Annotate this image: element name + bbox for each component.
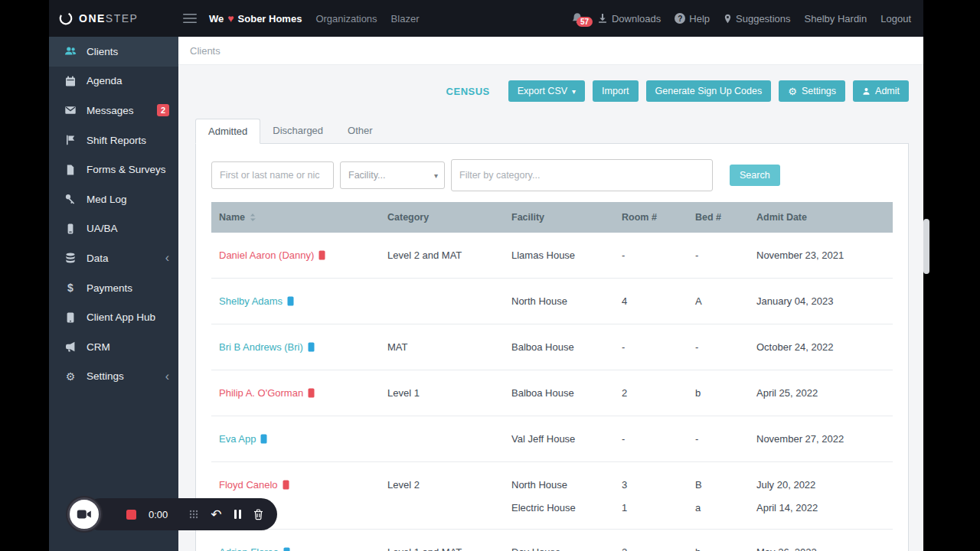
bed-value: - (695, 249, 749, 261)
sidebar-item-data[interactable]: Data‹ (49, 243, 178, 273)
bed-cell: Ba (688, 479, 749, 514)
sidebar-item-label: Client App Hub (87, 311, 155, 323)
room-cell: 2 (614, 387, 688, 400)
room-value: 2 (622, 546, 688, 551)
drag-handle-icon[interactable] (189, 510, 198, 519)
sidebar-item-client-app-hub[interactable]: Client App Hub (49, 302, 178, 332)
client-name-link[interactable]: Philip A. O'Gorman (219, 387, 303, 399)
room-cell: 2 (614, 546, 688, 551)
sidebar-item-forms-surveys[interactable]: Forms & Surveys (49, 155, 178, 184)
tab-admitted[interactable]: Admitted (195, 119, 260, 144)
facility-cell: Balboa House (504, 341, 614, 354)
sidebar-item-messages[interactable]: Messages2 (49, 96, 178, 126)
column-header-name[interactable]: Name (211, 212, 380, 223)
sidebar-item-label: Data (87, 253, 109, 264)
census-header-row: CENSUS Export CSV ▾ Import Generate Sign… (195, 80, 909, 102)
name-cell: Daniel Aaron (Danny) (211, 249, 380, 262)
caret-down-icon: ▾ (572, 87, 576, 96)
client-name-link[interactable]: Adrian Florea (219, 546, 279, 551)
facility-value: Electric House (511, 502, 614, 514)
column-header-room: Room # (614, 212, 688, 223)
stop-recording-button[interactable] (126, 510, 136, 520)
help-label: Help (689, 13, 710, 24)
scrollbar-thumb[interactable] (923, 219, 929, 274)
bed-value: b (695, 387, 749, 399)
column-header-category: Category (380, 212, 504, 223)
sidebar-item-payments[interactable]: $Payments (49, 273, 178, 303)
mobile-phone-icon (260, 434, 267, 444)
date-value: January 04, 2023 (756, 295, 893, 307)
nav-blazer[interactable]: Blazer (391, 13, 420, 24)
tab-other[interactable]: Other (335, 119, 385, 143)
name-cell: Bri B Andrews (Bri) (211, 341, 380, 354)
nav-organizations[interactable]: Organizations (315, 13, 377, 24)
settings-button[interactable]: ⚙ Settings (779, 80, 845, 102)
date-value: April 14, 2022 (756, 502, 893, 514)
bed-cell: - (688, 341, 749, 354)
recorder-toolbar: 0:00 ↶ (84, 498, 277, 530)
header-label: Facility (511, 212, 544, 223)
mobile-phone-icon (287, 296, 294, 306)
date-value: November 23, 2021 (756, 249, 893, 261)
hamburger-menu-icon[interactable] (183, 13, 197, 24)
pause-button[interactable] (234, 510, 241, 519)
facility-value: North House (511, 295, 614, 307)
sidebar-item-label: Forms & Surveys (87, 164, 166, 175)
header-label: Name (219, 212, 245, 223)
chevron-left-icon: ‹ (165, 370, 169, 383)
envelope-icon (64, 104, 77, 116)
room-value: 4 (622, 295, 688, 307)
downloads-link[interactable]: Downloads (597, 13, 661, 24)
table-row: Shelby AdamsNorth House4AJanuary 04, 202… (211, 279, 893, 324)
camera-button[interactable] (67, 497, 101, 531)
table-row: Bri B Andrews (Bri)MATBalboa House--Octo… (211, 324, 893, 370)
sidebar-item-shift-reports[interactable]: Shift Reports (49, 126, 178, 155)
sidebar-item-crm[interactable]: CRM (49, 332, 178, 362)
client-name-link[interactable]: Eva App (219, 433, 256, 445)
mobile-phone-icon (308, 342, 315, 352)
category-filter-input[interactable] (451, 159, 713, 191)
gear-icon: ⚙ (64, 370, 77, 383)
mobile-phone-icon (318, 250, 325, 260)
name-search-input[interactable] (211, 161, 334, 189)
census-table: Name Category Facility Room # Bed # Admi… (211, 202, 893, 551)
notifications-button[interactable]: 57 (571, 12, 583, 25)
notification-count-badge: 57 (577, 17, 593, 27)
name-cell: Adrian Florea (211, 546, 380, 551)
client-name-link[interactable]: Floyd Canelo (219, 479, 278, 491)
onestep-logo[interactable]: ONESTEP (49, 11, 178, 26)
screen: ONESTEP We ♥ Sober Homes Organizations B… (0, 0, 980, 551)
tab-discharged[interactable]: Discharged (260, 119, 335, 143)
facility-value: Llamas House (511, 249, 614, 261)
sidebar-item-clients[interactable]: Clients (49, 37, 178, 67)
client-name-link[interactable]: Daniel Aaron (Danny) (219, 249, 314, 261)
sidebar-item-label: Messages (87, 105, 134, 116)
generate-signup-codes-button[interactable]: Generate Sign Up Codes (646, 80, 772, 102)
sidebar-item-agenda[interactable]: Agenda (49, 67, 178, 96)
flag-icon (64, 134, 77, 146)
suggestions-link[interactable]: Suggestions (724, 13, 791, 24)
bed-cell: b (688, 387, 749, 400)
sidebar-item-ua-ba[interactable]: UA/BA (49, 214, 178, 244)
delete-recording-button[interactable] (253, 509, 263, 520)
client-name-link[interactable]: Shelby Adams (219, 295, 283, 307)
sidebar-item-settings[interactable]: ⚙Settings‹ (49, 362, 178, 392)
client-name-link[interactable]: Bri B Andrews (Bri) (219, 341, 303, 353)
facility-select[interactable]: Facility... ▾ (340, 161, 445, 189)
user-menu[interactable]: Shelby Hardin (805, 13, 867, 24)
search-button[interactable]: Search (730, 165, 780, 186)
column-header-admit-date: Admit Date (749, 212, 893, 223)
undo-icon[interactable]: ↶ (211, 508, 221, 521)
screen-recorder-widget: 0:00 ↶ (67, 497, 277, 531)
import-button[interactable]: Import (593, 80, 638, 102)
help-link[interactable]: ? Help (675, 13, 710, 24)
admit-date-cell: July 20, 2022April 14, 2022 (749, 479, 893, 514)
admit-button[interactable]: Admit (853, 80, 909, 102)
header-label: Category (387, 212, 429, 223)
sidebar-item-med-log[interactable]: Med Log (49, 184, 178, 214)
export-csv-button[interactable]: Export CSV ▾ (508, 80, 585, 102)
logout-link[interactable]: Logout (880, 13, 911, 24)
bed-cell: - (688, 249, 749, 262)
facility-value: North House (511, 479, 614, 491)
admit-date-cell: January 04, 2023 (749, 295, 893, 308)
